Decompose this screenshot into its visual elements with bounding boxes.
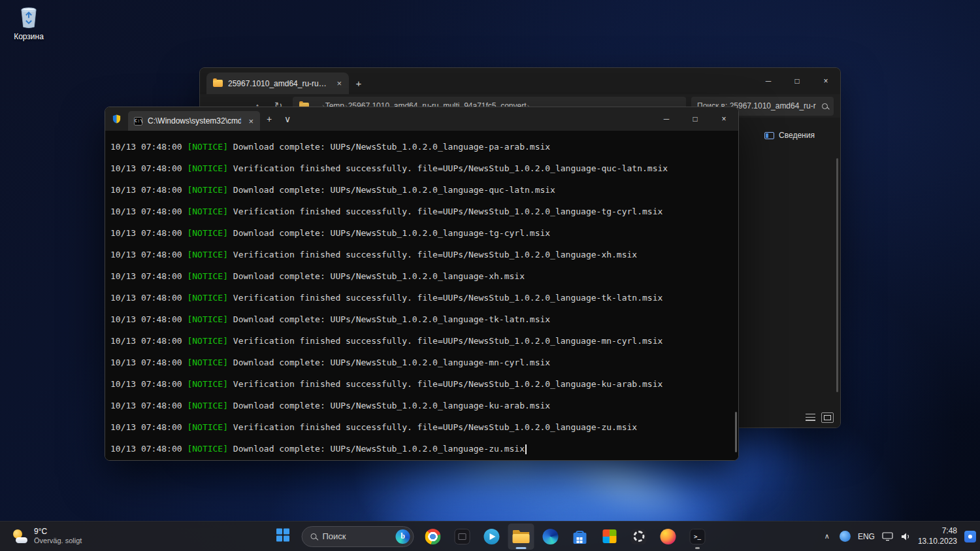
taskbar-app-grid-app[interactable] bbox=[596, 524, 623, 550]
terminal-line: 10/13 07:48:00 [NOTICE] Verification fin… bbox=[110, 287, 738, 309]
taskbar: 9°C Överväg. soligt Поиск bbox=[0, 521, 980, 551]
terminal-tab[interactable]: C:\ C:\Windows\system32\cmd.e × bbox=[128, 111, 260, 131]
bing-icon bbox=[396, 529, 410, 544]
terminal-line: 10/13 07:48:00 [NOTICE] Download complet… bbox=[110, 395, 738, 416]
firefox-icon bbox=[661, 529, 676, 544]
weather-condition: Överväg. soligt bbox=[34, 537, 82, 546]
volume-icon[interactable] bbox=[900, 531, 911, 542]
terminal-line: 10/13 07:48:00 [NOTICE] Verification fin… bbox=[110, 373, 738, 395]
monitor-icon[interactable] bbox=[882, 532, 893, 541]
taskbar-app-chrome[interactable] bbox=[420, 524, 446, 550]
file-explorer-icon bbox=[513, 530, 530, 543]
details-scrollbar[interactable] bbox=[836, 158, 838, 392]
settings-icon bbox=[631, 529, 647, 544]
new-tab-button[interactable]: + bbox=[260, 107, 278, 131]
terminal-line: 10/13 07:48:00 [NOTICE] Download complet… bbox=[110, 222, 738, 244]
explorer-tab-title: 25967.1010_amd64_ru-ru_mult bbox=[228, 79, 329, 88]
language-indicator[interactable]: ENG bbox=[858, 532, 875, 541]
taskbar-app-dark-app[interactable] bbox=[449, 524, 476, 550]
terminal-line: 10/13 07:48:00 [NOTICE] Download complet… bbox=[110, 352, 738, 373]
taskbar-app-file-explorer[interactable] bbox=[508, 524, 534, 550]
taskbar-search-label: Поиск bbox=[323, 531, 390, 541]
dark-app-icon bbox=[455, 529, 470, 544]
terminal-output: 10/13 07:48:00 [NOTICE] Download complet… bbox=[105, 131, 738, 460]
terminal-title-bar: C:\ C:\Windows\system32\cmd.e × + ∨ ─ □ … bbox=[105, 107, 738, 131]
clock[interactable]: 7:48 13.10.2023 bbox=[918, 526, 957, 546]
taskbar-search[interactable]: Поиск bbox=[302, 526, 414, 547]
maximize-button[interactable]: □ bbox=[681, 107, 710, 131]
edge-icon bbox=[543, 529, 559, 544]
search-icon bbox=[311, 533, 317, 539]
weather-temperature: 9°C bbox=[34, 527, 82, 537]
notification-icon[interactable] bbox=[964, 531, 976, 543]
grid-app-icon bbox=[602, 529, 616, 543]
desktop: Корзина 25967.1010_amd64_ru-ru_mult × + … bbox=[0, 0, 980, 551]
terminal-line: 10/13 07:48:00 [NOTICE] Verification fin… bbox=[110, 416, 738, 438]
details-icon bbox=[764, 132, 774, 139]
terminal-scrollbar[interactable] bbox=[735, 412, 737, 452]
terminal-window: C:\ C:\Windows\system32\cmd.e × + ∨ ─ □ … bbox=[105, 107, 739, 461]
recycle-bin-icon bbox=[18, 22, 40, 31]
tray-date: 13.10.2023 bbox=[918, 537, 957, 546]
terminal-line: 10/13 07:48:00 [NOTICE] Download complet… bbox=[110, 438, 738, 459]
start-button[interactable] bbox=[270, 524, 296, 550]
cmd-icon: C:\ bbox=[134, 117, 142, 125]
taskbar-app-edge[interactable] bbox=[538, 524, 564, 550]
terminal-line: 10/13 07:48:00 [NOTICE] Verification fin… bbox=[110, 201, 738, 222]
new-tab-button[interactable]: + bbox=[349, 73, 368, 94]
thumbnail-view-icon[interactable] bbox=[821, 412, 834, 423]
tab-close-icon[interactable]: × bbox=[246, 116, 255, 126]
terminal-line: 10/13 07:48:00 [NOTICE] Download complet… bbox=[110, 309, 738, 330]
taskbar-app-firefox[interactable] bbox=[655, 524, 681, 550]
close-button[interactable]: × bbox=[811, 68, 840, 94]
weather-widget[interactable]: 9°C Överväg. soligt bbox=[7, 522, 87, 551]
details-view-icon[interactable] bbox=[806, 414, 815, 422]
terminal-line: 10/13 07:48:00 [NOTICE] Verification fin… bbox=[110, 330, 738, 352]
recycle-bin[interactable]: Корзина bbox=[4, 5, 54, 41]
search-icon bbox=[822, 103, 828, 109]
explorer-tab[interactable]: 25967.1010_amd64_ru-ru_mult × bbox=[206, 73, 349, 94]
taskbar-app-settings[interactable] bbox=[626, 524, 652, 550]
chrome-icon bbox=[425, 529, 441, 544]
blue-app-icon bbox=[484, 529, 500, 544]
weather-icon bbox=[12, 529, 29, 544]
terminal-icon bbox=[690, 529, 706, 544]
network-globe-icon[interactable] bbox=[840, 531, 851, 542]
store-icon bbox=[574, 533, 587, 544]
windows-logo-icon bbox=[276, 528, 289, 544]
terminal-line: 10/13 07:48:00 [NOTICE] Download complet… bbox=[110, 179, 738, 201]
terminal-line: 10/13 07:48:00 [NOTICE] Download complet… bbox=[110, 265, 738, 287]
close-button[interactable]: × bbox=[710, 107, 738, 131]
folder-icon bbox=[213, 80, 223, 87]
hidden-icons-chevron-icon[interactable]: ∧ bbox=[822, 529, 832, 543]
details-panel: Сведения bbox=[738, 118, 840, 427]
terminal-line: 10/13 07:48:00 [NOTICE] Verification fin… bbox=[110, 158, 738, 179]
text-cursor bbox=[525, 444, 527, 454]
admin-shield-icon bbox=[112, 114, 122, 124]
minimize-button[interactable]: ─ bbox=[754, 68, 783, 94]
recycle-bin-label: Корзина bbox=[4, 32, 54, 41]
tray-time: 7:48 bbox=[942, 526, 957, 535]
maximize-button[interactable]: □ bbox=[783, 68, 811, 94]
terminal-line: 10/13 07:48:00 [NOTICE] Download complet… bbox=[110, 136, 738, 158]
details-panel-title: Сведения bbox=[779, 131, 815, 140]
minimize-button[interactable]: ─ bbox=[652, 107, 681, 131]
taskbar-app-blue-app[interactable] bbox=[479, 524, 505, 550]
taskbar-app-terminal[interactable] bbox=[685, 524, 711, 550]
terminal-line: 10/13 07:48:00 [NOTICE] Verification fin… bbox=[110, 244, 738, 265]
taskbar-apps bbox=[420, 524, 711, 550]
tab-dropdown-icon[interactable]: ∨ bbox=[278, 107, 297, 131]
tab-close-icon[interactable]: × bbox=[335, 78, 344, 88]
explorer-tab-bar: 25967.1010_amd64_ru-ru_mult × + ─ □ × bbox=[200, 68, 840, 94]
taskbar-app-store[interactable] bbox=[567, 524, 593, 550]
terminal-tab-title: C:\Windows\system32\cmd.e bbox=[148, 116, 241, 125]
